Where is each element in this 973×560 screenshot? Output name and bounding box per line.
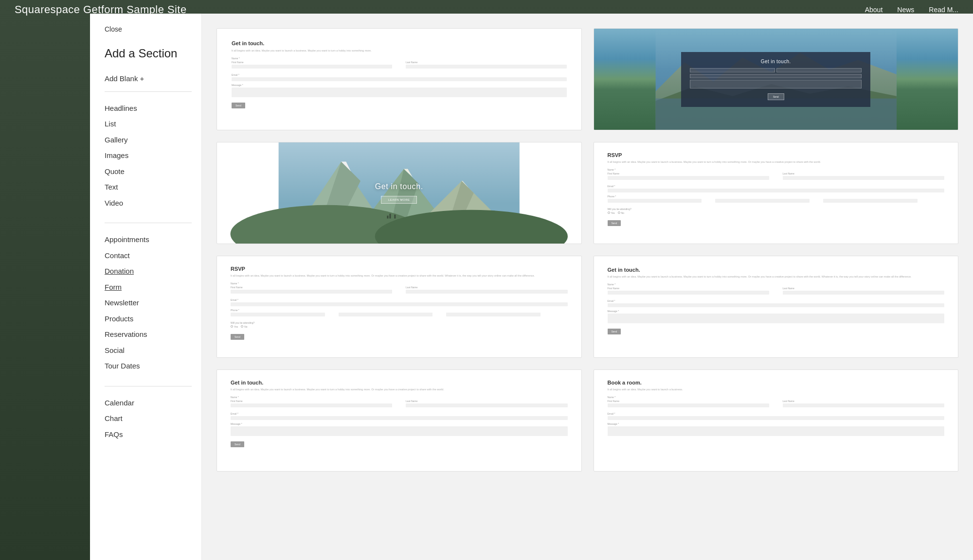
contact-med-title: Get in touch.	[608, 267, 945, 273]
preview-card-contact-simple[interactable]: Get in touch. It all begins with an idea…	[216, 28, 582, 130]
preview-card-contact-med[interactable]: Get in touch. It all begins with an idea…	[594, 256, 959, 358]
first-name-field: First Name	[232, 61, 392, 71]
add-section-modal: Close Add a Section Add Blank + Headline…	[90, 14, 973, 560]
rsvp-phone-section: Phone *	[608, 195, 945, 205]
form-name-row: First Name Last Name	[232, 61, 567, 71]
message-field-mock	[232, 88, 567, 97]
rsvp-title: RSVP	[608, 152, 945, 158]
book-room-title: Book a room.	[608, 380, 945, 385]
sidebar-item-appointments[interactable]: Appointments	[105, 232, 201, 248]
card-description: It all begins with an idea. Maybe you wa…	[232, 49, 567, 53]
lake-form-title: Get in touch.	[690, 59, 862, 64]
preview-grid: Get in touch. It all begins with an idea…	[202, 14, 973, 560]
sidebar-item-chart[interactable]: Chart	[105, 411, 201, 427]
add-blank-button[interactable]: Add Blank +	[105, 74, 201, 83]
sidebar-forms-section: Appointments Contact Donation Form Newsl…	[105, 232, 201, 374]
sidebar-item-donation[interactable]: Donation	[105, 263, 201, 280]
sidebar-divider-3	[105, 386, 192, 386]
rsvp-right-desc: It all begins with an idea. Maybe you wa…	[231, 274, 568, 278]
rsvp-right-btn: Send	[231, 334, 244, 340]
preview-card-lake-hero[interactable]: Get in touch. Send	[594, 28, 959, 130]
preview-card-contact-clean[interactable]: Get in touch. It all begins with an idea…	[216, 369, 582, 472]
rsvp-submit-btn: Send	[608, 220, 621, 226]
sidebar-item-social[interactable]: Social	[105, 343, 201, 359]
submit-btn-mock: Send	[232, 103, 245, 108]
book-room-desc: It all begins with an idea. Maybe you wa…	[608, 388, 945, 392]
attending-options-right: Yes No	[231, 325, 568, 328]
lake-message-field	[690, 80, 862, 88]
lake-last-field	[776, 68, 862, 72]
lake-form-overlay: Get in touch. Send	[594, 29, 958, 130]
mountain-hero-btn: LEARN MORE	[381, 196, 417, 204]
sidebar-item-text[interactable]: Text	[105, 179, 201, 195]
sidebar-item-images[interactable]: Images	[105, 148, 201, 164]
attending-options: Yes No	[608, 211, 945, 214]
lake-submit-btn: Send	[768, 93, 784, 100]
card-title: Get in touch.	[232, 40, 567, 46]
sidebar-item-headlines[interactable]: Headlines	[105, 101, 201, 117]
sidebar-item-list[interactable]: List	[105, 116, 201, 132]
sidebar-divider-1	[105, 91, 192, 92]
contact-clean-desc: It all begins with an idea. Maybe you wa…	[231, 388, 568, 392]
preview-card-mountain-hero[interactable]: Get in touch. LEARN MORE	[216, 142, 582, 244]
rsvp-name-section: Name *	[608, 168, 945, 171]
last-name-field: Last Name	[406, 61, 566, 71]
sidebar-item-contact[interactable]: Contact	[105, 248, 201, 264]
sidebar-item-quote[interactable]: Quote	[105, 164, 201, 180]
rsvp-last: Last Name	[783, 172, 944, 182]
lake-name-row	[690, 68, 862, 72]
sidebar-item-newsletter[interactable]: Newsletter	[105, 295, 201, 311]
contact-clean-title: Get in touch.	[231, 380, 568, 385]
name-label: Name *	[232, 57, 567, 60]
nav-news[interactable]: News	[897, 6, 914, 14]
rsvp-first: First Name	[608, 172, 769, 182]
lake-btn-wrapper: Send	[690, 91, 862, 100]
preview-card-rsvp[interactable]: RSVP It all begins with an idea. Maybe y…	[594, 142, 959, 244]
modal-title: Add a Section	[105, 47, 201, 61]
rsvp-right-title: RSVP	[231, 266, 568, 272]
preview-card-rsvp-right[interactable]: RSVP It all begins with an idea. Maybe y…	[216, 256, 582, 358]
rsvp-description: It all begins with an idea. Maybe you wa…	[608, 160, 945, 164]
sidebar-item-faqs[interactable]: FAQs	[105, 427, 201, 443]
sidebar-item-tour-dates[interactable]: Tour Dates	[105, 358, 201, 374]
message-field-wrapper: Message *	[232, 84, 567, 97]
preview-card-book-room[interactable]: Book a room. It all begins with an idea.…	[594, 369, 959, 472]
sidebar-item-form[interactable]: Form	[105, 280, 201, 296]
sidebar-item-reservations[interactable]: Reservations	[105, 327, 201, 343]
sidebar: Close Add a Section Add Blank + Headline…	[90, 14, 202, 560]
mountain-hero-title: Get in touch.	[375, 182, 423, 191]
lake-email-field	[690, 74, 862, 78]
contact-clean-btn: Send	[231, 441, 244, 447]
lake-first-field	[690, 68, 775, 72]
nav-read[interactable]: Read M...	[929, 6, 958, 14]
nav-about[interactable]: About	[865, 6, 883, 14]
sidebar-item-calendar[interactable]: Calendar	[105, 395, 201, 411]
first-field-mock	[232, 65, 392, 69]
sidebar-basic-section: Add Blank + Headlines List Gallery Image…	[105, 74, 201, 211]
last-field-mock	[406, 65, 566, 69]
site-nav: About News Read M...	[865, 6, 958, 14]
lake-form-box: Get in touch. Send	[681, 52, 870, 107]
contact-med-btn: Send	[608, 329, 621, 334]
sidebar-item-products[interactable]: Products	[105, 311, 201, 327]
sidebar-other-section: Calendar Chart FAQs	[105, 395, 201, 443]
contact-med-desc: It all begins with an idea. Maybe you wa…	[608, 275, 945, 279]
email-field-mock	[232, 77, 567, 81]
sidebar-item-video[interactable]: Video	[105, 195, 201, 211]
sidebar-item-gallery[interactable]: Gallery	[105, 132, 201, 148]
email-field-wrapper: Email *	[232, 73, 567, 81]
sidebar-divider-2	[105, 223, 192, 223]
form-mock-name-label: Name *	[232, 57, 567, 60]
close-button[interactable]: Close	[105, 25, 201, 33]
mountain-hero-overlay: Get in touch. LEARN MORE	[217, 142, 581, 244]
rsvp-name-row: First Name Last Name	[608, 172, 945, 182]
